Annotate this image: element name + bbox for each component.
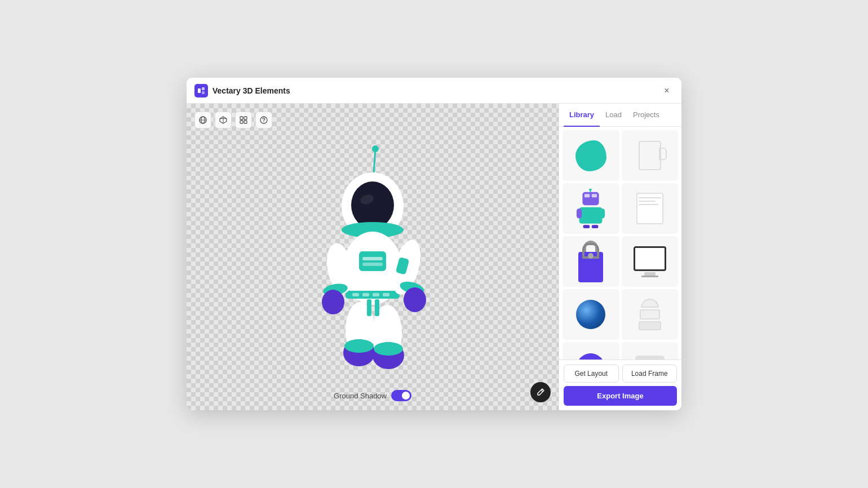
svg-rect-50 bbox=[600, 208, 605, 219]
tab-library[interactable]: Library bbox=[564, 104, 600, 127]
svg-rect-45 bbox=[583, 192, 599, 205]
list-item[interactable] bbox=[622, 183, 679, 234]
svg-rect-21 bbox=[359, 251, 386, 271]
svg-rect-42 bbox=[367, 299, 371, 316]
list-item[interactable] bbox=[563, 236, 619, 287]
monitor-shape bbox=[634, 246, 666, 271]
tab-projects[interactable]: Projects bbox=[627, 104, 665, 127]
main-modal: Vectary 3D Elements × bbox=[187, 78, 681, 410]
svg-point-17 bbox=[351, 181, 394, 229]
svg-point-41 bbox=[374, 342, 403, 356]
svg-point-15 bbox=[372, 145, 379, 152]
title-bar: Vectary 3D Elements × bbox=[187, 78, 681, 104]
svg-rect-26 bbox=[362, 293, 369, 296]
svg-rect-49 bbox=[577, 208, 582, 219]
list-item[interactable] bbox=[563, 183, 619, 234]
close-button[interactable]: × bbox=[660, 84, 674, 97]
svg-rect-10 bbox=[240, 121, 243, 123]
frame-tool-button[interactable] bbox=[235, 112, 252, 128]
svg-point-31 bbox=[322, 290, 344, 314]
svg-rect-43 bbox=[375, 299, 379, 316]
svg-rect-9 bbox=[244, 117, 247, 119]
svg-rect-22 bbox=[362, 257, 383, 260]
canvas-area: Ground Shadow bbox=[187, 104, 559, 410]
list-item[interactable] bbox=[622, 289, 679, 340]
svg-line-44 bbox=[541, 390, 543, 392]
main-content: Ground Shadow Library Load Projects bbox=[187, 104, 681, 410]
svg-point-13 bbox=[263, 121, 264, 122]
tabs-bar: Library Load Projects bbox=[559, 104, 681, 127]
edit-button[interactable] bbox=[530, 382, 551, 402]
load-frame-button[interactable]: Load Frame bbox=[622, 365, 677, 383]
bottom-actions: Get Layout Load Frame Export Image bbox=[559, 360, 681, 410]
svg-rect-1 bbox=[202, 87, 205, 90]
blue-partial-shape bbox=[577, 353, 605, 360]
svg-rect-11 bbox=[244, 121, 247, 123]
help-button[interactable] bbox=[255, 112, 272, 128]
list-item[interactable] bbox=[622, 236, 679, 287]
svg-point-38 bbox=[344, 339, 374, 353]
svg-point-35 bbox=[404, 287, 426, 312]
svg-rect-51 bbox=[583, 225, 590, 228]
grey-box-shape bbox=[635, 356, 665, 360]
svg-rect-23 bbox=[362, 263, 383, 266]
tab-load[interactable]: Load bbox=[600, 104, 627, 127]
svg-rect-2 bbox=[202, 91, 205, 94]
ground-shadow-label: Ground Shadow bbox=[334, 392, 387, 400]
svg-rect-8 bbox=[240, 117, 243, 119]
svg-rect-27 bbox=[373, 293, 379, 296]
robot-shape bbox=[571, 189, 610, 228]
list-item[interactable] bbox=[563, 289, 619, 340]
ground-shadow-toggle[interactable] bbox=[391, 390, 411, 401]
library-grid bbox=[559, 127, 681, 360]
white-mug-shape bbox=[639, 141, 661, 170]
svg-rect-48 bbox=[579, 207, 603, 224]
3d-box-tool-button[interactable] bbox=[215, 112, 232, 128]
list-item[interactable] bbox=[622, 130, 679, 181]
list-item[interactable] bbox=[622, 342, 679, 360]
svg-rect-28 bbox=[383, 293, 389, 296]
toolbar bbox=[194, 112, 272, 128]
get-layout-button[interactable]: Get Layout bbox=[564, 365, 619, 383]
astronaut-3d-figure bbox=[294, 139, 451, 375]
svg-rect-46 bbox=[584, 194, 590, 197]
orbit-tool-button[interactable] bbox=[194, 112, 211, 128]
app-logo bbox=[194, 84, 208, 97]
export-image-button[interactable]: Export Image bbox=[564, 386, 677, 406]
app-title: Vectary 3D Elements bbox=[212, 86, 660, 95]
svg-rect-0 bbox=[198, 88, 201, 93]
teal-blob-shape bbox=[575, 140, 606, 171]
action-row: Get Layout Load Frame bbox=[564, 365, 677, 383]
svg-rect-52 bbox=[592, 225, 599, 228]
list-item[interactable] bbox=[563, 130, 619, 181]
svg-point-54 bbox=[589, 189, 592, 191]
svg-rect-47 bbox=[592, 194, 597, 197]
globe-shape bbox=[576, 300, 605, 329]
right-panel: Library Load Projects bbox=[559, 104, 681, 410]
svg-rect-25 bbox=[352, 293, 359, 296]
ground-shadow-control: Ground Shadow bbox=[334, 390, 411, 401]
list-item[interactable] bbox=[563, 342, 619, 360]
